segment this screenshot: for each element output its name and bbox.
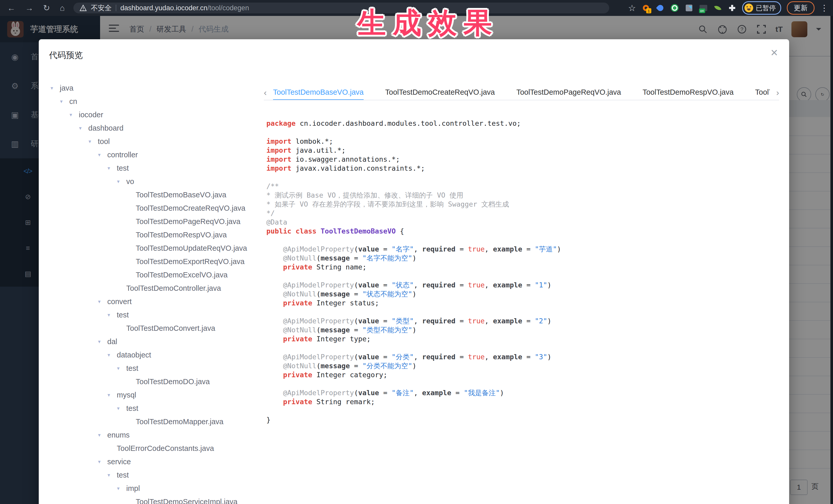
code-line xyxy=(266,271,781,281)
tree-folder[interactable]: ▾java xyxy=(49,81,265,95)
close-icon[interactable]: × xyxy=(771,46,778,59)
tree-folder[interactable]: ▾test xyxy=(49,362,265,375)
tree-item-label: mysql xyxy=(117,391,136,399)
browser-profile-button[interactable]: 已暂停 xyxy=(742,1,781,15)
reload-icon[interactable]: ↻ xyxy=(43,4,50,12)
extension-leaf-icon[interactable] xyxy=(713,4,722,12)
extension-green-circle-icon[interactable] xyxy=(670,4,679,12)
tree-file[interactable]: ToolTestDemoUpdateReqVO.java xyxy=(49,241,265,255)
tree-file[interactable]: ToolTestDemoConvert.java xyxy=(49,321,265,335)
url-host: dashboard.yudao.iocoder.cn xyxy=(120,4,207,12)
code-line: @NotNull(message = "分类不能为空") xyxy=(266,361,781,370)
caret-down-icon[interactable]: ▾ xyxy=(117,405,126,411)
tree-folder[interactable]: ▾iocoder xyxy=(49,108,265,121)
tree-folder[interactable]: ▾test xyxy=(49,402,265,415)
tree-folder[interactable]: ▾controller xyxy=(49,148,265,162)
code-view[interactable]: package cn.iocoder.dashboard.modules.too… xyxy=(266,119,781,504)
caret-down-icon[interactable]: ▾ xyxy=(98,298,107,305)
tree-item-label: ToolTestDemoController.java xyxy=(126,284,221,292)
caret-down-icon[interactable]: ▾ xyxy=(108,472,117,478)
extension-drop-icon[interactable] xyxy=(656,4,665,12)
tree-folder[interactable]: ▾vo xyxy=(49,175,265,188)
tree-folder[interactable]: ▾enums xyxy=(49,428,265,442)
tree-item-label: dal xyxy=(107,337,117,346)
tree-folder[interactable]: ▾dashboard xyxy=(49,121,265,135)
tree-file[interactable]: ToolTestDemoRespVO.java xyxy=(49,228,265,241)
scrollbar[interactable] xyxy=(830,16,833,504)
extension-puzzle-icon[interactable] xyxy=(728,4,737,12)
caret-down-icon[interactable]: ▾ xyxy=(117,485,126,491)
tree-folder[interactable]: ▾cn xyxy=(49,95,265,108)
caret-down-icon[interactable]: ▾ xyxy=(108,165,117,171)
browser-update-button[interactable]: 更新 xyxy=(787,1,814,15)
tree-folder[interactable]: ▾test xyxy=(49,468,265,482)
extension-on-icon[interactable]: on xyxy=(699,4,708,12)
file-tab[interactable]: ToolTe xyxy=(755,85,770,100)
caret-down-icon[interactable]: ▾ xyxy=(89,138,98,144)
extension-grid-icon[interactable] xyxy=(685,4,693,12)
tree-file[interactable]: ToolTestDemoExcelVO.java xyxy=(49,268,265,282)
tree-folder[interactable]: ▾convert xyxy=(49,295,265,308)
code-line: @Data xyxy=(266,218,781,226)
caret-down-icon[interactable]: ▾ xyxy=(51,85,60,91)
file-tab[interactable]: ToolTestDemoBaseVO.java xyxy=(273,85,364,100)
tree-item-label: test xyxy=(117,471,129,479)
tree-folder[interactable]: ▾tool xyxy=(49,135,265,148)
code-line: /** xyxy=(266,182,781,191)
tree-file[interactable]: ToolTestDemoCreateReqVO.java xyxy=(49,201,265,215)
bookmark-star-icon[interactable]: ☆ xyxy=(628,3,636,13)
tree-file[interactable]: ToolTestDemoPageReqVO.java xyxy=(49,215,265,228)
tree-folder[interactable]: ▾mysql xyxy=(49,388,265,402)
forward-icon[interactable]: → xyxy=(25,4,33,12)
browser-actions: ☆ 1 on 已暂停 更新 ⋮ xyxy=(628,0,828,16)
caret-down-icon[interactable]: ▾ xyxy=(117,365,126,371)
address-bar[interactable]: 不安全 dashboard.yudao.iocoder.cn/tool/code… xyxy=(73,3,609,13)
tree-file[interactable]: ToolTestDemoMapper.java xyxy=(49,415,265,428)
tree-folder[interactable]: ▾test xyxy=(49,162,265,175)
caret-down-icon[interactable]: ▾ xyxy=(98,338,107,345)
browser-menu-icon[interactable]: ⋮ xyxy=(820,3,828,13)
tree-file[interactable]: ToolErrorCodeConstants.java xyxy=(49,442,265,455)
caret-down-icon[interactable]: ▾ xyxy=(70,112,79,118)
annotation-text: 生成效果 xyxy=(357,4,499,42)
modal-title: 代码预览 xyxy=(49,50,83,61)
caret-down-icon[interactable]: ▾ xyxy=(98,152,107,158)
code-line: private String remark; xyxy=(266,397,781,406)
tree-file[interactable]: ToolTestDemoServiceImpl.java xyxy=(49,495,265,504)
tree-folder[interactable]: ▾dataobject xyxy=(49,348,265,362)
home-icon[interactable]: ⌂ xyxy=(60,4,65,12)
tree-folder[interactable]: ▾dal xyxy=(49,335,265,348)
tree-file[interactable]: ToolTestDemoExportReqVO.java xyxy=(49,255,265,268)
profile-avatar-icon xyxy=(744,4,753,12)
tree-folder[interactable]: ▾test xyxy=(49,308,265,321)
tree-item-label: ToolTestDemoExcelVO.java xyxy=(136,271,228,279)
tree-item-label: cn xyxy=(69,97,77,106)
code-line: @NotNull(message = "状态不能为空") xyxy=(266,289,781,298)
caret-down-icon[interactable]: ▾ xyxy=(98,432,107,438)
back-icon[interactable]: ← xyxy=(7,4,16,12)
tree-folder[interactable]: ▾impl xyxy=(49,482,265,495)
tree-file[interactable]: ToolTestDemoDO.java xyxy=(49,375,265,388)
caret-down-icon[interactable]: ▾ xyxy=(60,98,69,104)
tree-item-label: test xyxy=(126,364,138,373)
code-line xyxy=(266,236,781,244)
tree-file[interactable]: ToolTestDemoController.java xyxy=(49,282,265,295)
caret-down-icon[interactable]: ▾ xyxy=(108,352,117,358)
caret-down-icon[interactable]: ▾ xyxy=(108,312,117,318)
caret-down-icon[interactable]: ▾ xyxy=(79,125,88,131)
caret-down-icon[interactable]: ▾ xyxy=(108,392,117,398)
tree-file[interactable]: ToolTestDemoBaseVO.java xyxy=(49,188,265,201)
code-line: @NotNull(message = "名字不能为空") xyxy=(266,254,781,263)
code-line: import io.swagger.annotations.*; xyxy=(266,155,781,164)
caret-down-icon[interactable]: ▾ xyxy=(117,178,126,185)
code-line: private Integer type; xyxy=(266,334,781,343)
tree-folder[interactable]: ▾service xyxy=(49,455,265,468)
tabs-prev-icon[interactable]: ‹ xyxy=(264,85,273,100)
file-tab[interactable]: ToolTestDemoPageReqVO.java xyxy=(516,85,621,100)
file-tab[interactable]: ToolTestDemoRespVO.java xyxy=(643,85,734,100)
tabs-next-icon[interactable]: › xyxy=(770,85,779,100)
file-tab[interactable]: ToolTestDemoCreateReqVO.java xyxy=(385,85,495,100)
extension-orange-icon[interactable]: 1 xyxy=(642,4,650,12)
file-tabs-bar: ‹ ToolTestDemoBaseVO.javaToolTestDemoCre… xyxy=(264,85,779,100)
caret-down-icon[interactable]: ▾ xyxy=(98,459,107,465)
